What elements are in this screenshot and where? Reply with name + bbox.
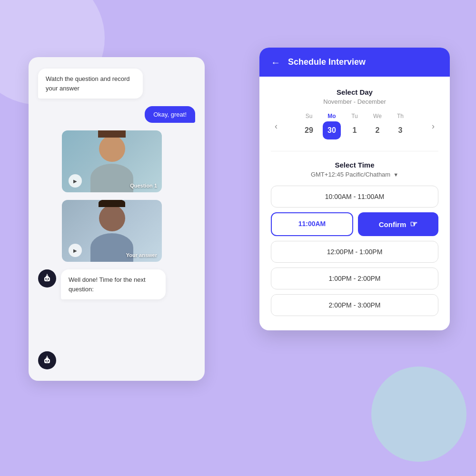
day-item-we[interactable]: We 2	[368, 113, 387, 139]
day-num-mo: 30	[323, 121, 341, 139]
time-section-title: Select Time	[271, 161, 438, 169]
play-button-question[interactable]: ▶	[69, 174, 82, 188]
day-num-tu: 1	[346, 121, 364, 139]
person-female	[90, 130, 133, 192]
svg-point-6	[47, 274, 48, 275]
bot-message-row-1: Watch the question and record your answe…	[38, 69, 195, 99]
time-slot-5[interactable]: 2:00PM - 3:00PM	[271, 294, 438, 316]
svg-point-13	[47, 356, 48, 357]
day-item-tu[interactable]: Tu 1	[345, 113, 364, 139]
time-slot-1-label: 10:00AM - 11:00AM	[325, 193, 385, 200]
svg-point-2	[45, 278, 47, 280]
schedule-title: Schedule Interview	[288, 57, 366, 67]
schedule-card: ← Schedule Interview Select Day November…	[259, 48, 450, 330]
svg-point-9	[45, 360, 47, 362]
svg-point-3	[48, 278, 49, 280]
day-name-th: Th	[397, 113, 404, 119]
bot-message-row-2: Well done! Time for the next question:	[38, 269, 195, 299]
bot-avatar	[38, 269, 56, 288]
day-name-we: We	[373, 113, 382, 119]
day-prev-button[interactable]: ‹	[271, 119, 281, 133]
svg-rect-4	[47, 280, 48, 280]
user-message-row: Okay, great!	[38, 106, 195, 123]
day-next-button[interactable]: ›	[428, 119, 438, 133]
timezone-text: GMT+12:45 Pacific/Chatham	[311, 171, 390, 178]
head-female	[99, 136, 125, 162]
back-button[interactable]: ←	[271, 58, 280, 67]
bot-icon-2	[42, 356, 52, 365]
day-item-mo[interactable]: Mo 30	[322, 113, 341, 139]
day-section-subtitle: November - December	[271, 98, 438, 105]
svg-rect-11	[47, 362, 48, 362]
video-answer-label: Your answer	[126, 252, 157, 258]
day-item-su[interactable]: Su 29	[299, 113, 318, 139]
confirm-label: Confirm	[379, 220, 407, 228]
day-num-th: 3	[391, 121, 409, 139]
svg-rect-1	[46, 276, 49, 278]
time-confirm-row: 11:00AM Confirm ☞	[271, 212, 438, 236]
chat-card: Watch the question and record your answe…	[29, 57, 205, 381]
cursor-icon: ☞	[410, 219, 417, 229]
bot-avatar-2	[38, 351, 56, 369]
hair-female	[98, 130, 126, 138]
user-bubble: Okay, great!	[145, 106, 195, 123]
bot-bubble-2: Well done! Time for the next question:	[61, 269, 166, 299]
time-slot-3-label: 12:00PM - 1:00PM	[327, 248, 383, 256]
time-slot-3[interactable]: 12:00PM - 1:00PM	[271, 241, 438, 263]
body-female	[90, 164, 133, 192]
video-answer[interactable]: ▶ Your answer	[62, 200, 162, 262]
svg-rect-8	[46, 357, 49, 360]
video-question-label: Question 1	[130, 183, 157, 188]
timezone-row[interactable]: GMT+12:45 Pacific/Chatham ▼	[271, 171, 438, 178]
day-name-mo: Mo	[327, 113, 336, 119]
bot-bubble-1: Watch the question and record your answe…	[38, 69, 143, 99]
time-slot-4-label: 1:00PM - 2:00PM	[329, 275, 381, 282]
day-num-su: 29	[300, 121, 318, 139]
selected-time-button[interactable]: 11:00AM	[271, 212, 353, 236]
divider	[271, 151, 438, 151]
bg-decoration-bottom-right	[371, 367, 466, 462]
selected-time-label: 11:00AM	[298, 220, 326, 228]
day-name-tu: Tu	[351, 113, 358, 119]
time-slot-4[interactable]: 1:00PM - 2:00PM	[271, 268, 438, 289]
bot-avatar-row-2	[38, 351, 195, 369]
schedule-header: ← Schedule Interview	[259, 48, 450, 77]
video-question[interactable]: ▶ Question 1	[62, 130, 162, 192]
play-button-answer[interactable]: ▶	[69, 244, 82, 257]
timezone-dropdown-icon: ▼	[393, 172, 398, 178]
days-grid: Su 29 Mo 30 Tu 1 We 2 Th 3	[299, 113, 410, 139]
day-item-th[interactable]: Th 3	[391, 113, 410, 139]
svg-point-10	[48, 360, 49, 362]
day-selector: ‹ Su 29 Mo 30 Tu 1 We 2	[271, 113, 438, 139]
schedule-body: Select Day November - December ‹ Su 29 M…	[259, 77, 450, 330]
day-name-su: Su	[306, 113, 313, 119]
bot-icon	[42, 274, 52, 283]
day-section-title: Select Day	[271, 88, 438, 96]
time-slot-1[interactable]: 10:00AM - 11:00AM	[271, 186, 438, 208]
day-num-we: 2	[368, 121, 387, 139]
hair-male	[99, 200, 125, 207]
head-male	[99, 205, 125, 231]
confirm-button[interactable]: Confirm ☞	[358, 212, 438, 236]
time-slot-5-label: 2:00PM - 3:00PM	[329, 301, 381, 309]
